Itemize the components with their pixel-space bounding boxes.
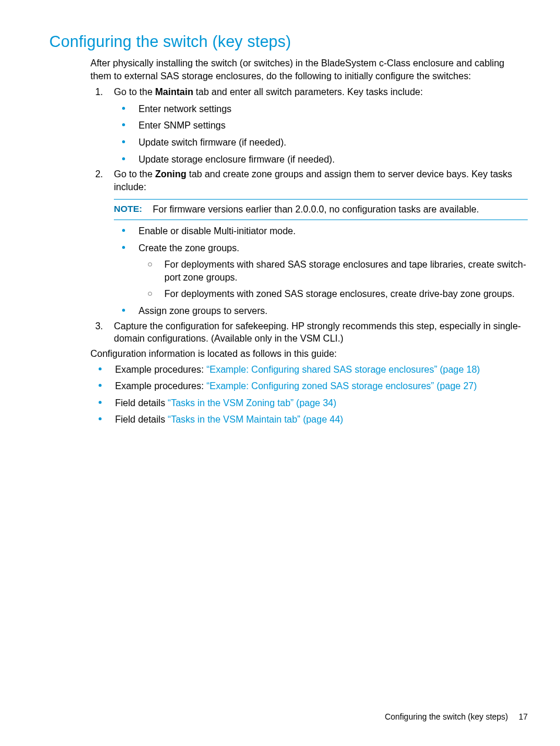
reference-list: Example procedures: “Example: Configurin… (90, 363, 528, 426)
section-heading: Configuring the switch (key steps) (49, 33, 528, 51)
footer-section-title: Configuring the switch (key steps) (384, 712, 508, 721)
cross-reference-link[interactable]: “Tasks in the VSM Maintain tab” (page 44… (168, 414, 343, 424)
step-2-sublist: Enable or disable Multi-initiator mode. … (114, 225, 528, 318)
intro-paragraph: After physically installing the switch (… (90, 57, 528, 82)
ordered-steps: Go to the Maintain tab and enter all swi… (90, 86, 528, 345)
page-footer: Configuring the switch (key steps) 17 (384, 712, 528, 721)
list-item: Enter network settings (114, 103, 528, 116)
step-1-text: Go to the Maintain tab and enter all swi… (114, 87, 423, 97)
list-item: Field details “Tasks in the VSM Zoning t… (90, 397, 528, 410)
cross-reference-link[interactable]: “Tasks in the VSM Zoning tab” (page 34) (168, 398, 336, 408)
list-item: Enter SNMP settings (114, 119, 528, 132)
list-item: For deployments with zoned SAS storage e… (139, 288, 528, 301)
step-1: Go to the Maintain tab and enter all swi… (106, 86, 528, 166)
list-item: Enable or disable Multi-initiator mode. (114, 225, 528, 238)
list-item: Update storage enclosure firmware (if ne… (114, 153, 528, 166)
cross-reference-link[interactable]: “Example: Configuring shared SAS storage… (207, 364, 480, 374)
list-item: For deployments with shared SAS storage … (139, 258, 528, 283)
list-item: Example procedures: “Example: Configurin… (90, 380, 528, 393)
page-number: 17 (518, 712, 528, 721)
note-text: For firmware versions earlier than 2.0.0… (153, 203, 479, 216)
cross-reference-link[interactable]: “Example: Configuring zoned SAS storage … (207, 381, 477, 391)
note-box: NOTE: For firmware versions earlier than… (114, 199, 528, 220)
list-item: Create the zone groups. For deployments … (114, 242, 528, 301)
list-item: Example procedures: “Example: Configurin… (90, 363, 528, 376)
list-item: Field details “Tasks in the VSM Maintain… (90, 413, 528, 426)
list-item: Update switch firmware (if needed). (114, 136, 528, 149)
outro-paragraph: Configuration information is located as … (90, 349, 528, 359)
note-label: NOTE: (114, 203, 142, 216)
step-2-text: Go to the Zoning tab and create zone gro… (114, 169, 512, 192)
page-content: Configuring the switch (key steps) After… (0, 0, 560, 426)
step-2: Go to the Zoning tab and create zone gro… (106, 168, 528, 317)
step-3: Capture the configuration for safekeepin… (106, 320, 528, 345)
nested-sublist: For deployments with shared SAS storage … (139, 258, 528, 301)
step-1-sublist: Enter network settings Enter SNMP settin… (114, 103, 528, 166)
list-item: Assign zone groups to servers. (114, 305, 528, 318)
